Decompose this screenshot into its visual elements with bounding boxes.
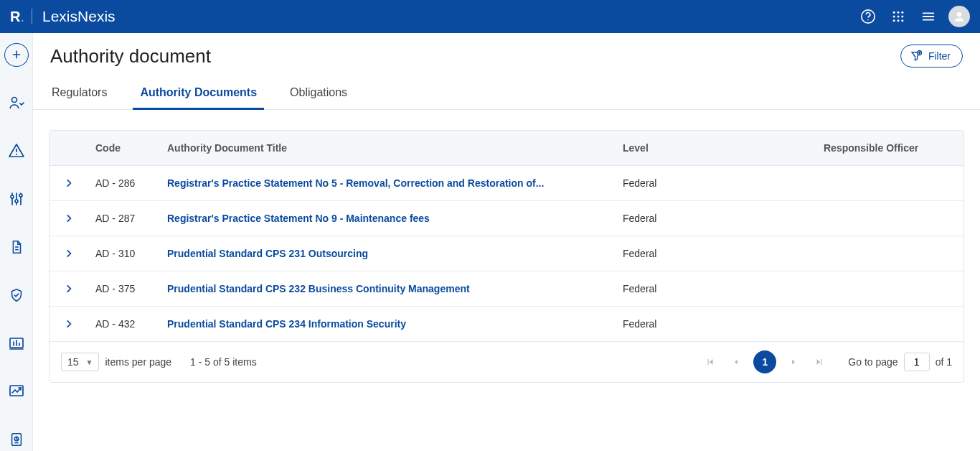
page-size-select[interactable]: 15 ▼ [61,353,99,371]
cell-code: AD - 432 [88,307,160,341]
svg-point-6 [897,16,900,18]
logo-divider [32,9,32,24]
main-content: Authority document Filter Regulators Aut… [33,33,980,451]
svg-point-19 [16,154,17,155]
nav-alert-icon[interactable] [4,139,29,163]
top-bar: R. LexisNexis [0,0,980,33]
cell-officer [816,236,963,271]
svg-point-10 [901,19,903,22]
svg-rect-34 [11,433,21,445]
doc-title-link[interactable]: Prudential Standard CPS 231 Outsourcing [167,248,368,259]
cell-code: AD - 287 [88,201,160,236]
brand-name: LexisNexis [42,8,116,25]
svg-point-25 [19,194,22,197]
goto-of-label: of 1 [936,356,952,368]
cell-level: Federal [616,236,816,271]
logo-dot: . [20,9,24,25]
apps-grid-icon[interactable] [888,6,908,27]
expand-row-button[interactable] [64,178,74,188]
page-size-value: 15 [67,356,79,368]
range-label: 1 - 5 of 5 items [190,356,257,368]
data-grid: Code Authority Document Title Level Resp… [49,130,964,383]
logo-mark: R [10,9,19,25]
cell-officer [816,166,963,200]
cell-officer [816,307,963,341]
cell-level: Federal [616,271,816,306]
tab-obligations[interactable]: Obligations [288,80,349,109]
nav-document-icon[interactable] [4,236,29,259]
pager-current[interactable]: 1 [753,350,776,373]
pager: 15 ▼ items per page 1 - 5 of 5 items 1 [50,341,963,382]
cell-code: AD - 310 [88,236,160,271]
expand-row-button[interactable] [64,248,74,259]
page-title: Authority document [50,45,211,68]
cell-level: Federal [616,307,816,341]
filter-button[interactable]: Filter [900,45,963,68]
items-per-page-label: items per page [105,356,171,368]
table-row: AD - 286Registrar's Practice Statement N… [50,166,963,201]
help-icon[interactable] [858,6,878,27]
doc-title-link[interactable]: Registrar's Practice Statement No 5 - Re… [167,177,544,189]
svg-point-5 [893,16,895,18]
cell-officer [816,201,963,236]
nav-sliders-icon[interactable] [4,187,29,211]
tabs: Regulators Authority Documents Obligatio… [33,80,980,110]
svg-point-3 [897,11,900,14]
nav-trend-icon[interactable] [4,379,29,403]
chevron-down-icon: ▼ [86,358,93,366]
svg-point-17 [11,98,17,103]
pager-prev[interactable] [727,353,745,371]
svg-point-1 [867,19,869,21]
filter-label: Filter [928,50,951,62]
svg-point-14 [957,12,962,17]
cell-level: Federal [616,201,816,236]
svg-point-7 [901,16,903,18]
svg-point-8 [893,19,895,22]
col-title[interactable]: Authority Document Title [160,131,616,165]
grid-header: Code Authority Document Title Level Resp… [50,131,963,166]
avatar[interactable] [948,6,970,27]
pager-first[interactable] [702,353,719,371]
goto-label: Go to page [848,356,897,368]
cell-officer [816,271,963,306]
nav-shield-icon[interactable] [4,283,29,307]
tab-authority-documents[interactable]: Authority Documents [133,80,264,110]
table-row: AD - 287Registrar's Practice Statement N… [50,201,963,236]
svg-point-23 [15,200,18,203]
filter-icon [910,50,923,62]
col-code[interactable]: Code [88,131,160,165]
expand-row-button[interactable] [64,319,74,329]
table-row: AD - 310Prudential Standard CPS 231 Outs… [50,236,963,271]
menu-icon[interactable] [918,6,938,27]
expand-row-button[interactable] [64,213,74,223]
col-officer[interactable]: Responsible Officer [816,131,963,165]
cell-level: Federal [616,166,816,200]
pager-last[interactable] [811,353,828,371]
doc-title-link[interactable]: Prudential Standard CPS 232 Business Con… [167,283,470,294]
table-row: AD - 432Prudential Standard CPS 234 Info… [50,307,963,341]
svg-point-2 [893,11,895,14]
nav-report-icon[interactable] [4,427,29,451]
table-row: AD - 375Prudential Standard CPS 232 Busi… [50,271,963,307]
svg-point-21 [11,195,14,198]
doc-title-link[interactable]: Registrar's Practice Statement No 9 - Ma… [167,213,430,224]
expand-row-button[interactable] [64,284,74,294]
goto-input[interactable] [904,353,930,371]
doc-title-link[interactable]: Prudential Standard CPS 234 Information … [167,318,406,330]
tab-regulators[interactable]: Regulators [50,80,108,109]
left-nav [0,33,33,451]
pager-next[interactable] [785,353,802,371]
nav-chart-icon[interactable] [4,331,29,355]
nav-users-icon[interactable] [4,91,29,115]
col-level[interactable]: Level [616,131,816,165]
svg-point-4 [901,11,903,14]
svg-point-9 [897,19,900,22]
nav-add-button[interactable] [4,43,29,67]
cell-code: AD - 286 [88,166,160,200]
cell-code: AD - 375 [88,271,160,306]
